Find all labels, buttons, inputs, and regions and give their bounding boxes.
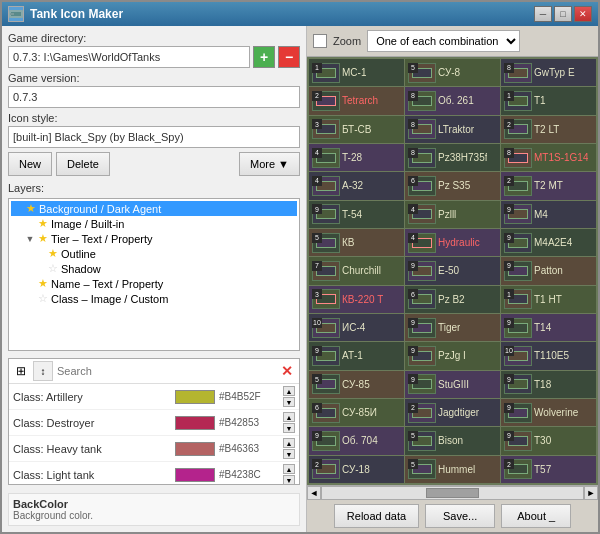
tank-item[interactable]: 6Pz S35 xyxy=(405,172,500,199)
color-swatch[interactable] xyxy=(175,442,215,456)
tank-item[interactable]: 10T110E5 xyxy=(501,342,596,369)
tank-item[interactable]: 1МС-1 xyxy=(309,59,404,86)
layer-class[interactable]: ☆ Class – Image / Custom xyxy=(11,291,297,306)
layer-image[interactable]: ★ Image / Built-in xyxy=(11,216,297,231)
icon-style-input[interactable] xyxy=(8,126,300,148)
tank-item[interactable]: 2T2 MT xyxy=(501,172,596,199)
tank-item[interactable]: 9E-50 xyxy=(405,257,500,284)
remove-dir-button[interactable]: − xyxy=(278,46,300,68)
tank-item[interactable]: 3КВ-220 Т xyxy=(309,286,404,313)
tank-item[interactable]: 2T57 xyxy=(501,456,596,483)
horizontal-scrollbar[interactable] xyxy=(321,486,584,500)
prop-value: #B4238C xyxy=(219,469,279,480)
more-arrow-icon: ▼ xyxy=(278,158,289,170)
search-input[interactable] xyxy=(55,363,275,379)
tank-item[interactable]: 9T30 xyxy=(501,427,596,454)
color-swatch[interactable] xyxy=(175,416,215,430)
scroll-right-btn[interactable]: ► xyxy=(584,486,598,500)
layers-tree[interactable]: ★ Background / Dark Agent ★ Image / Buil… xyxy=(8,198,300,351)
reload-button[interactable]: Reload data xyxy=(334,504,419,528)
up-arrow[interactable]: ▲ xyxy=(283,438,295,448)
tank-icon: 3 xyxy=(312,119,340,139)
tank-item[interactable]: 7Churchill xyxy=(309,257,404,284)
save-button[interactable]: Save... xyxy=(425,504,495,528)
up-arrow[interactable]: ▲ xyxy=(283,412,295,422)
tank-item[interactable]: 2T2 LT xyxy=(501,116,596,143)
tank-item[interactable]: 2СУ-18 xyxy=(309,456,404,483)
tank-name: АТ-1 xyxy=(342,350,363,361)
tank-item[interactable]: 2Tetrarch xyxy=(309,87,404,114)
tank-item[interactable]: 6СУ-85И xyxy=(309,399,404,426)
tank-item[interactable]: 8LTraktor xyxy=(405,116,500,143)
tank-item[interactable]: 5КВ xyxy=(309,229,404,256)
layer-outline[interactable]: ★ Outline xyxy=(11,246,297,261)
scroll-left-btn[interactable]: ◄ xyxy=(307,486,321,500)
tank-item[interactable]: 6Pz B2 xyxy=(405,286,500,313)
down-arrow[interactable]: ▼ xyxy=(283,449,295,459)
add-dir-button[interactable]: + xyxy=(253,46,275,68)
more-button[interactable]: More ▼ xyxy=(239,152,300,176)
tank-item[interactable]: 9АТ-1 xyxy=(309,342,404,369)
tank-item[interactable]: 9PzJg I xyxy=(405,342,500,369)
tank-item[interactable]: 8Об. 261 xyxy=(405,87,500,114)
game-ver-input[interactable] xyxy=(8,86,300,108)
tank-item[interactable]: 5СУ-85 xyxy=(309,371,404,398)
tank-item[interactable]: 3БТ-СВ xyxy=(309,116,404,143)
tank-icon: 2 xyxy=(504,119,532,139)
tank-item[interactable]: 4Hydraulic xyxy=(405,229,500,256)
tank-item[interactable]: 9T-54 xyxy=(309,201,404,228)
layer-background[interactable]: ★ Background / Dark Agent xyxy=(11,201,297,216)
tank-item[interactable]: 9Wolverine xyxy=(501,399,596,426)
tank-icon: 9 xyxy=(312,204,340,224)
tank-item[interactable]: 10ИС-4 xyxy=(309,314,404,341)
color-swatch[interactable] xyxy=(175,390,215,404)
tank-item[interactable]: 1T1 HT xyxy=(501,286,596,313)
down-arrow[interactable]: ▼ xyxy=(283,475,295,484)
toggle-icon: ▼ xyxy=(25,234,35,244)
close-button[interactable]: ✕ xyxy=(574,6,592,22)
tank-item[interactable]: 5Bison xyxy=(405,427,500,454)
tank-item[interactable]: 9StuGIII xyxy=(405,371,500,398)
clear-search-button[interactable]: ✕ xyxy=(277,361,297,381)
tank-item[interactable]: 9Patton xyxy=(501,257,596,284)
zoom-checkbox[interactable] xyxy=(313,34,327,48)
tank-item[interactable]: 9M4 xyxy=(501,201,596,228)
scroll-thumb[interactable] xyxy=(426,488,478,498)
up-arrow[interactable]: ▲ xyxy=(283,386,295,396)
minimize-button[interactable]: ─ xyxy=(534,6,552,22)
tank-item[interactable]: 8MT1S-1G14 xyxy=(501,144,596,171)
tank-item[interactable]: 8Pz38H735f xyxy=(405,144,500,171)
search-row: ⊞ ↕ ✕ xyxy=(9,359,299,384)
tank-item[interactable]: 4T-28 xyxy=(309,144,404,171)
layer-shadow[interactable]: ☆ Shadow xyxy=(11,261,297,276)
filter-icon-btn[interactable]: ⊞ xyxy=(11,361,31,381)
new-button[interactable]: New xyxy=(8,152,52,176)
tank-item[interactable]: 5СУ-8 xyxy=(405,59,500,86)
layer-tier[interactable]: ▼ ★ Tier – Text / Property xyxy=(11,231,297,246)
svg-rect-2 xyxy=(10,13,14,15)
tank-item[interactable]: 9T14 xyxy=(501,314,596,341)
game-dir-input[interactable] xyxy=(8,46,250,68)
layer-name[interactable]: ★ Name – Text / Property xyxy=(11,276,297,291)
down-arrow[interactable]: ▼ xyxy=(283,423,295,433)
about-button[interactable]: About _ xyxy=(501,504,571,528)
down-arrow[interactable]: ▼ xyxy=(283,397,295,407)
tank-item[interactable]: 4A-32 xyxy=(309,172,404,199)
maximize-button[interactable]: □ xyxy=(554,6,572,22)
tank-item[interactable]: 8GwTyp E xyxy=(501,59,596,86)
up-arrow[interactable]: ▲ xyxy=(283,464,295,474)
tank-item[interactable]: 9Tiger xyxy=(405,314,500,341)
tank-item[interactable]: 2Jagdtiger xyxy=(405,399,500,426)
tank-item[interactable]: 9T18 xyxy=(501,371,596,398)
color-swatch[interactable] xyxy=(175,468,215,482)
delete-button[interactable]: Delete xyxy=(56,152,110,176)
sort-button[interactable]: ↕ xyxy=(33,361,53,381)
game-dir-row: + − xyxy=(8,46,300,68)
tank-item[interactable]: 1T1 xyxy=(501,87,596,114)
combo-select[interactable]: One of each combination xyxy=(367,30,520,52)
tank-item[interactable]: 9M4A2E4 xyxy=(501,229,596,256)
tank-item[interactable]: 4Pzlll xyxy=(405,201,500,228)
tank-name: E-50 xyxy=(438,265,459,276)
tank-item[interactable]: 9Об. 704 xyxy=(309,427,404,454)
tank-item[interactable]: 5Hummel xyxy=(405,456,500,483)
